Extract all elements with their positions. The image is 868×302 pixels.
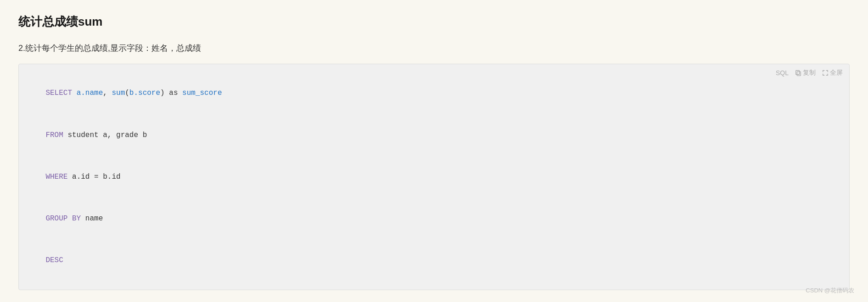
code-display-line-2: FROM student a, grade b — [28, 114, 840, 156]
fullscreen-button[interactable]: 全屏 — [822, 69, 843, 77]
page-title: 统计总成绩sum — [18, 14, 850, 30]
sql-label: SQL — [776, 69, 789, 77]
code-display-line-5: DESC — [28, 240, 840, 281]
svg-rect-0 — [797, 72, 801, 76]
code-display-toolbar: SQL 复制 全屏 — [776, 69, 843, 77]
code-display-line-1: SELECT a.name, sum(b.score) as sum_score — [28, 72, 840, 114]
code-display-line-3: WHERE a.id = b.id — [28, 156, 840, 198]
footer-credit: CSDN @花僧码农 — [806, 286, 854, 295]
copy-button[interactable]: 复制 — [795, 69, 816, 77]
code-display-block: SQL 复制 全屏 SELECT a.name, sum(b.score) as… — [18, 64, 850, 290]
subtitle: 2.统计每个学生的总成绩,显示字段：姓名，总成绩 — [18, 43, 850, 54]
svg-rect-1 — [796, 71, 800, 75]
code-display-line-4: GROUP BY name — [28, 198, 840, 240]
